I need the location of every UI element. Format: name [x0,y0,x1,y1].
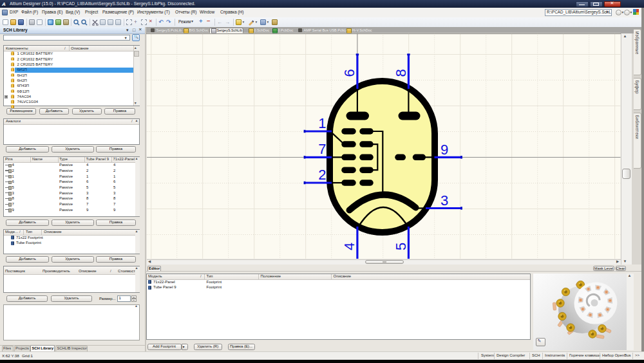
svg-text:3: 3 [440,192,448,209]
svg-text:7: 7 [318,141,326,157]
svg-text:8: 8 [393,69,409,77]
svg-text:1: 1 [318,115,326,131]
svg-text:4: 4 [341,243,357,250]
svg-text:5: 5 [393,243,409,250]
svg-text:9: 9 [440,142,448,158]
svg-text:2: 2 [318,167,326,183]
svg-text:6: 6 [341,69,357,77]
